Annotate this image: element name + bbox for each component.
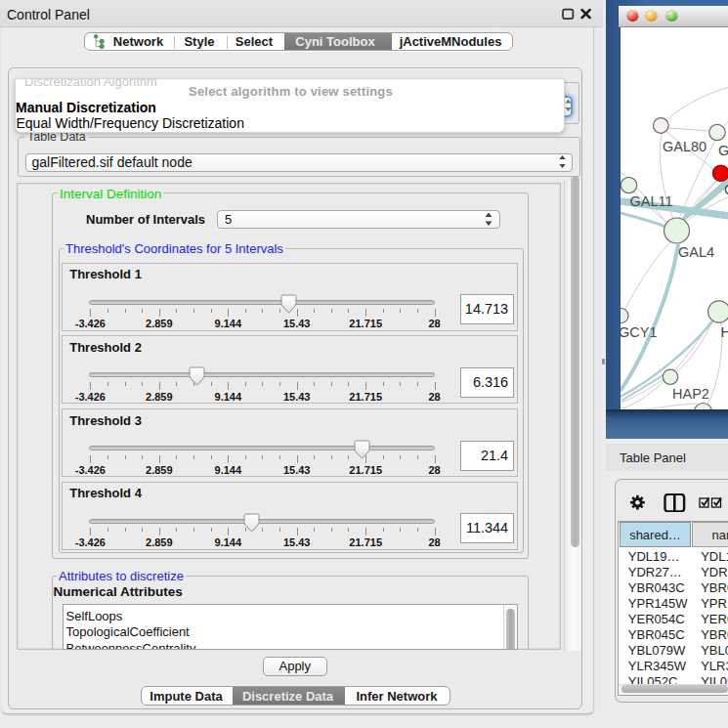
svg-text:C: C xyxy=(724,181,728,196)
svg-text:GAL80: GAL80 xyxy=(663,138,707,153)
svg-text:GAL11: GAL11 xyxy=(629,193,672,209)
svg-text:H: H xyxy=(720,324,728,340)
svg-text:HAP2: HAP2 xyxy=(672,386,709,402)
svg-text:GCY1: GCY1 xyxy=(621,324,658,340)
svg-text:GA: GA xyxy=(718,143,728,158)
svg-text:GAL4: GAL4 xyxy=(678,244,714,260)
